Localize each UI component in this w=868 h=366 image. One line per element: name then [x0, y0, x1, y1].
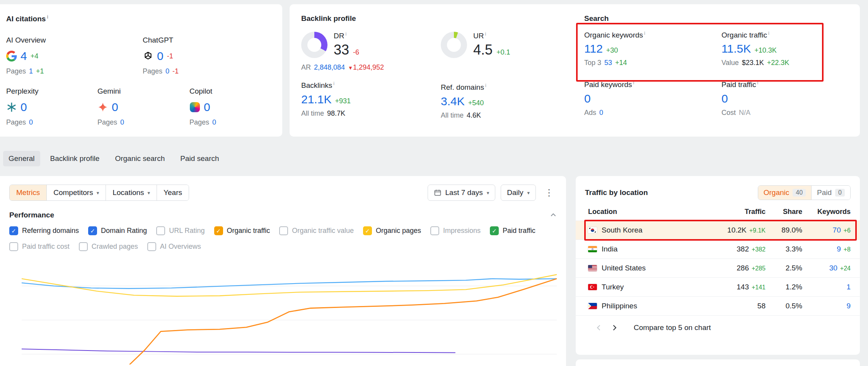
paid-keywords-value[interactable]: 0 [584, 92, 591, 105]
metric-checkbox-domain-rating[interactable]: ✓Domain Rating [88, 226, 147, 235]
organic-paid-toggle: Organic40 Paid0 [758, 185, 851, 200]
metric-checkbox-ai-overviews[interactable]: AI Overviews [147, 242, 201, 251]
ur-value: 4.5 [473, 42, 493, 58]
checkbox-label: Paid traffic [503, 227, 535, 235]
column-location[interactable]: Location [588, 208, 700, 216]
citation-count[interactable]: 4 [20, 50, 27, 63]
info-icon[interactable]: i [644, 31, 645, 36]
ref-domains-value[interactable]: 3.4K [441, 95, 465, 108]
pages-count[interactable]: 0 [120, 118, 124, 127]
date-range-button[interactable]: Last 7 days▾ [428, 185, 496, 201]
pages-count[interactable]: 0 [29, 118, 33, 127]
traffic-cell: 143+141 [700, 283, 766, 291]
search-top-metrics: Organic keywordsi 112+30 Top 353+14 Orga… [584, 31, 846, 67]
metric-checkbox-paid-traffic-cost[interactable]: Paid traffic cost [9, 242, 70, 251]
column-keywords[interactable]: Keywords [802, 208, 851, 216]
collapse-chevron-up-icon[interactable] [550, 212, 557, 219]
down-triangle-icon: ▼ [348, 65, 353, 71]
table-row-philippines[interactable]: Philippines580.5%9 [576, 297, 860, 316]
competitors-button[interactable]: Competitors▾ [46, 185, 106, 200]
prev-page-button[interactable] [591, 322, 607, 333]
backlink-search-card: Backlink profile DRi 33-6 AR 2,848,084 ▼… [290, 4, 860, 137]
checkbox-unchecked-icon [147, 242, 156, 251]
backlink-profile-section: Backlink profile DRi 33-6 AR 2,848,084 ▼… [301, 14, 580, 137]
info-icon[interactable]: i [47, 14, 48, 20]
info-icon[interactable]: i [485, 31, 486, 37]
tab-organic-search[interactable]: Organic search [109, 151, 170, 166]
top3-value[interactable]: 53 [604, 59, 612, 67]
pages-count[interactable]: 0 [165, 67, 169, 75]
ai-citation-item-chatgpt: ChatGPT 0 -1 Pages0-1 [143, 36, 276, 75]
toggle-organic[interactable]: Organic40 [758, 186, 811, 200]
metric-checkbox-organic-traffic[interactable]: ✓Organic traffic [214, 226, 270, 235]
us-flag-icon [588, 265, 597, 271]
traffic-table-body: South Korea10.2K+9.1K89.0%70+6India382+3… [576, 221, 860, 316]
metric-checkbox-referring-domains[interactable]: ✓Referring domains [9, 226, 79, 235]
column-traffic[interactable]: Traffic [700, 208, 766, 216]
organic-keywords-value[interactable]: 112 [584, 42, 603, 55]
ref-domains-metric: Ref. domainsi 3.4K+540 All time4.6K [441, 83, 580, 119]
table-row-south-korea[interactable]: South Korea10.2K+9.1K89.0%70+6 [576, 221, 860, 240]
pages-count[interactable]: 1 [29, 67, 33, 75]
info-icon[interactable]: i [633, 80, 634, 86]
traffic-table-footer: Compare top 5 on chart [576, 316, 860, 333]
more-options-button[interactable]: ⋮ [541, 186, 557, 200]
years-button[interactable]: Years [157, 185, 189, 200]
info-icon[interactable]: i [345, 31, 346, 37]
date-controls: Last 7 days▾ Daily▾ ⋮ [428, 185, 557, 201]
next-page-button[interactable] [607, 322, 622, 333]
paid-traffic-value[interactable]: 0 [721, 92, 728, 105]
tab-general[interactable]: General [3, 151, 40, 166]
checkbox-unchecked-icon [430, 226, 439, 235]
ai-citation-item-perplexity: Perplexity 0 Pages0 [6, 87, 97, 127]
metric-checkbox-paid-traffic[interactable]: ✓Paid traffic [490, 226, 535, 235]
toggle-paid[interactable]: Paid0 [811, 186, 850, 200]
metric-checkbox-organic-pages[interactable]: ✓Organic pages [363, 226, 421, 235]
metric-checkbox-impressions[interactable]: Impressions [430, 226, 481, 235]
checkbox-unchecked-icon [156, 226, 165, 235]
citation-count[interactable]: 0 [204, 101, 210, 114]
granularity-button[interactable]: Daily▾ [501, 185, 536, 201]
paid-keywords-metric: Paid keywordsi 0 Ads0 [584, 80, 721, 116]
ar-value[interactable]: 2,848,084 [314, 63, 345, 72]
chevron-down-icon: ▾ [527, 190, 530, 196]
compare-top5-link[interactable]: Compare top 5 on chart [634, 323, 711, 332]
citation-count[interactable]: 0 [157, 50, 164, 63]
metric-checkbox-url-rating[interactable]: URL Rating [156, 226, 205, 235]
info-icon[interactable]: i [768, 31, 769, 36]
tab-paid-search[interactable]: Paid search [175, 151, 224, 166]
ur-label: URi [473, 31, 510, 40]
locations-button[interactable]: Locations▾ [106, 185, 157, 200]
pages-count[interactable]: 0 [212, 118, 216, 127]
chart-line-domain-rating [22, 349, 455, 353]
share-cell: 89.0% [766, 226, 802, 234]
citation-count[interactable]: 0 [20, 101, 27, 114]
performance-card: Metrics Competitors▾ Locations▾ Years La… [0, 176, 566, 366]
info-icon[interactable]: i [485, 83, 486, 88]
dr-column: DRi 33-6 AR 2,848,084 ▼1,294,952 Backlin… [301, 31, 441, 120]
organic-traffic-value[interactable]: 11.5K [721, 42, 751, 55]
table-row-turkey[interactable]: Turkey143+1411.2%1 [576, 278, 860, 297]
metric-checkbox-organic-traffic-value[interactable]: Organic traffic value [279, 226, 354, 235]
table-row-india[interactable]: India382+3823.3%9+8 [576, 240, 860, 259]
traffic-by-location-card: Traffic by location Organic40 Paid0 Loca… [576, 176, 860, 355]
table-row-united-states[interactable]: United States286+2852.5%30+24 [576, 259, 860, 278]
checkbox-label: AI Overviews [160, 243, 201, 251]
ads-value[interactable]: 0 [599, 109, 603, 117]
traffic-cell: 10.2K+9.1K [700, 226, 766, 234]
country-name: Philippines [602, 302, 637, 310]
backlink-profile-title: Backlink profile [301, 14, 580, 23]
info-icon[interactable]: i [757, 80, 758, 86]
backlinks-metric: Backlinksi 21.1K+931 All time98.7K [301, 81, 441, 117]
metric-checkbox-crawled-pages[interactable]: Crawled pages [79, 242, 138, 251]
organic-keywords-metric: Organic keywordsi 112+30 Top 353+14 [584, 31, 721, 67]
citation-count[interactable]: 0 [112, 101, 118, 114]
column-share[interactable]: Share [766, 208, 802, 216]
metrics-button[interactable]: Metrics [10, 185, 46, 200]
dr-donut-chart [301, 32, 327, 58]
backlinks-value[interactable]: 21.1K [301, 93, 331, 106]
info-icon[interactable]: i [333, 81, 334, 86]
checkbox-unchecked-icon [79, 242, 88, 251]
tab-backlink-profile[interactable]: Backlink profile [45, 151, 105, 166]
ai-citations-row-1: AI Overview 4 +4 Pages1+1 ChatGPT 0 -1 P… [6, 36, 276, 75]
